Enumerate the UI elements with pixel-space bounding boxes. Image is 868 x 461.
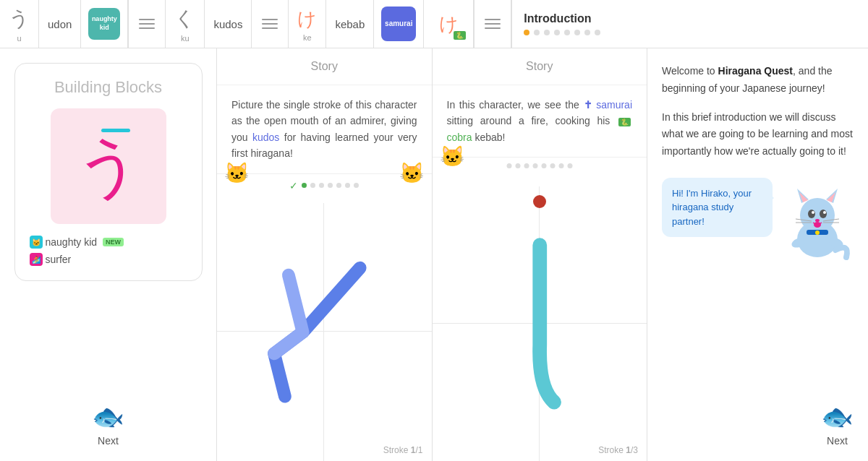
kana-display: う — [51, 108, 166, 224]
drawing-area-left: 🐱 🐱 ✓ — [217, 173, 432, 461]
naughty-kid-label: naughty kid — [46, 236, 98, 248]
hamburger-line — [262, 19, 278, 20]
stroke-current-left: 1 — [411, 445, 416, 455]
nav-naughty-kid[interactable]: naughtykid — [81, 0, 128, 48]
stroke-current-right: 1 — [626, 445, 631, 455]
story-header-left: Story — [217, 48, 432, 85]
surfer-icon: 🏄 — [30, 253, 43, 266]
dot-4 — [554, 30, 560, 35]
nav-item-kebab[interactable]: kebab — [326, 0, 374, 48]
left-next-btn: 🐟 Next — [92, 390, 124, 447]
nav-group-ku: く ku kudos — [166, 0, 252, 48]
samurai-thumb: samurai — [381, 7, 416, 41]
hamburger-line — [485, 19, 501, 20]
nav-item-ku-kana[interactable]: く ku — [166, 0, 205, 48]
cat-mascot-right: 🐱 — [440, 145, 465, 168]
ku-drawing-svg — [217, 203, 432, 461]
svg-point-9 — [823, 211, 826, 214]
next-label-right: Next — [827, 435, 848, 447]
checkmark-left: ✓ — [289, 180, 298, 191]
tag-naughty-kid[interactable]: 🐱 naughty kid NEW — [30, 236, 187, 249]
nav-item-u-kana[interactable]: う u — [0, 0, 39, 48]
cobra-badge: 🐍 — [454, 31, 466, 40]
kudos-link[interactable]: kudos — [252, 132, 279, 143]
kana-big-char: う — [75, 134, 142, 199]
brand-name: Hiragana Quest — [718, 65, 793, 77]
cat-mascot-right-left-panel: 🐱 — [399, 161, 425, 185]
hamburger-line — [485, 23, 501, 25]
hamburger-line — [485, 27, 501, 29]
prog-dot-r6 — [550, 163, 555, 168]
hamburger-menu-2[interactable] — [252, 0, 289, 48]
u-roman: u — [17, 34, 21, 43]
stroke-total-right: 3 — [633, 445, 638, 455]
ke-drawing-svg — [433, 186, 647, 461]
story-text-right-1: In this character, we see the — [447, 99, 579, 111]
prog-dot-4 — [328, 183, 333, 188]
intro-nav-title: Introduction — [524, 12, 856, 25]
samurai-label: samurai — [385, 20, 412, 28]
fish-icon-right: 🐟 — [821, 402, 854, 432]
drawing-area-right: 🐱 — [433, 157, 647, 461]
stroke-progress-left: ✓ — [289, 180, 359, 191]
nav-samurai[interactable]: samurai — [374, 0, 424, 48]
next-button-right[interactable]: 🐟 Next — [821, 402, 854, 447]
nav-item-udon[interactable]: udon — [39, 0, 81, 48]
dot-7 — [584, 30, 590, 35]
hirako-section: Hi! I'm Hirako, your hiragana study part… — [662, 178, 854, 264]
hamburger-line — [262, 27, 278, 29]
hirako-cat-svg — [781, 178, 854, 264]
cat-character — [781, 178, 854, 264]
prog-dot-r4 — [532, 163, 537, 168]
new-badge: NEW — [103, 238, 124, 246]
next-label-left: Next — [98, 435, 119, 447]
hamburger-menu-1[interactable] — [129, 0, 166, 48]
u-kana-char: う — [9, 5, 30, 33]
intro-nav-panel: Introduction — [511, 0, 868, 48]
prog-dot-5 — [336, 183, 341, 188]
nav-item-ke-kana[interactable]: け ke — [289, 0, 326, 48]
story-text-right-3: ! — [503, 132, 506, 143]
prog-dot-r2 — [515, 163, 520, 168]
kebab-label: kebab — [335, 18, 365, 30]
nav-item-kudos[interactable]: kudos — [205, 0, 251, 48]
stroke-label-right: Stroke — [598, 445, 624, 455]
prog-dot-7 — [354, 183, 359, 188]
stroke-progress-right — [506, 163, 572, 168]
building-blocks-card: Building Blocks う 🐱 naughty kid NEW 🏄 su… — [14, 63, 203, 281]
intro-welcome-text: Welcome to Hiragana Quest, and the begin… — [662, 63, 854, 98]
hamburger-line — [262, 23, 278, 25]
prog-dot-r1 — [506, 163, 511, 168]
prog-dot-2 — [310, 183, 315, 188]
prog-dot-r8 — [567, 163, 572, 168]
nav-ke-logo[interactable]: け 🐍 — [424, 0, 474, 48]
svg-point-8 — [812, 211, 814, 214]
hamburger-line — [139, 23, 155, 25]
svg-point-16 — [815, 231, 820, 235]
samurai-cross-icon: ✝ — [584, 99, 597, 111]
stroke-total-left: 1 — [418, 445, 423, 455]
prog-dot-6 — [345, 183, 350, 188]
hamburger-line — [139, 19, 155, 20]
svg-point-17 — [814, 222, 821, 228]
svg-point-10 — [815, 219, 820, 222]
ke-roman: ke — [303, 33, 312, 42]
next-button-left[interactable]: 🐟 Next — [92, 402, 124, 447]
nav-group-u: う u udon naughtykid — [0, 0, 129, 48]
story-panel-right: Story In this character, we see the ✝ sa… — [433, 48, 647, 461]
hamburger-menu-3[interactable] — [475, 0, 511, 48]
prog-dot-r5 — [541, 163, 546, 168]
dot-3 — [544, 30, 550, 35]
story-header-right: Story — [433, 48, 647, 85]
dot-1 — [524, 30, 529, 35]
stroke-label-left: Stroke — [383, 445, 409, 455]
tag-surfer[interactable]: 🏄 surfer — [30, 253, 187, 266]
welcome-prefix: Welcome to — [662, 65, 718, 77]
cobra-link[interactable]: cobra — [447, 132, 472, 143]
ke-kana-char: け — [297, 7, 317, 32]
cat-mascot-left: 🐱 — [224, 161, 250, 185]
samurai-link[interactable]: samurai — [596, 99, 632, 111]
building-blocks-title: Building Blocks — [54, 78, 162, 97]
story-text-right-2: sitting around a fire, cooking his — [447, 115, 610, 126]
tags-row: 🐱 naughty kid NEW 🏄 surfer — [30, 236, 187, 266]
